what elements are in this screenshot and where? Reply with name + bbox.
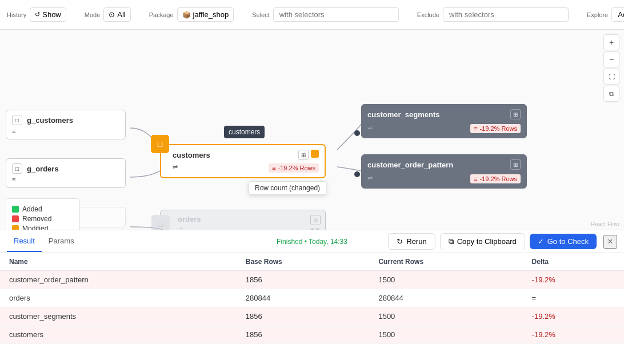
tooltip-row-count: Row count (changed) bbox=[249, 181, 326, 195]
cell-current-rows: 1500 bbox=[369, 271, 522, 289]
node-segments-arrows-icon: ⇌ bbox=[367, 124, 373, 131]
node-customer-order-badge: ≡ -19.2% Rows bbox=[470, 174, 521, 183]
node-orders-rows-icon: ≡ ≡ bbox=[310, 226, 319, 230]
node-customers-pkg-icon: ⊞ bbox=[298, 150, 309, 160]
zoom-in-button[interactable]: + bbox=[603, 34, 619, 50]
segments-rows-icon: ≡ bbox=[474, 125, 477, 132]
node-g-orders-icon: □ bbox=[12, 163, 22, 174]
cell-current-rows: 280844 bbox=[369, 289, 522, 307]
node-g-orders[interactable]: □ g_orders ≡ bbox=[6, 158, 126, 188]
bottom-panel: Result Params Finished • Today, 14:33 ↻ … bbox=[0, 230, 624, 364]
node-customer-segments-badge: ≡ -19.2% Rows bbox=[470, 124, 521, 133]
package-button[interactable]: 📦 jaffle_shop bbox=[177, 7, 234, 22]
node-customers-arrows-icon: ⇌ bbox=[173, 163, 178, 171]
tooltip-customers: customers bbox=[224, 126, 265, 138]
node-customer-segments-title: customer_segments bbox=[367, 110, 439, 119]
node-customer-segments[interactable]: customer_segments ⊞ ⇌ ≡ -19.2% Rows bbox=[361, 104, 527, 138]
results-table-container: Name Base Rows Current Rows Delta custom… bbox=[0, 253, 624, 364]
table-row: customers 1856 1500 -19.2% bbox=[0, 326, 624, 344]
tab-result[interactable]: Result bbox=[7, 231, 42, 252]
cell-delta: = bbox=[523, 289, 624, 307]
cell-name: customer_order_pattern bbox=[0, 271, 237, 289]
panel-actions: ↻ Rerun ⧉ Copy to Clipboard ✓ Go to Chec… bbox=[388, 233, 617, 250]
table-row: orders 280844 280844 = bbox=[0, 289, 624, 307]
actions-label: Actions bbox=[618, 10, 624, 19]
node-customer-segments-icon: ⊞ bbox=[510, 109, 521, 119]
select-group: Select bbox=[252, 7, 399, 22]
legend-modified: Modified bbox=[12, 225, 74, 230]
connector-mid bbox=[354, 130, 360, 136]
tab-params[interactable]: Params bbox=[42, 231, 81, 252]
node-orders-indicator: □ bbox=[151, 215, 170, 230]
package-label: Package bbox=[149, 11, 174, 18]
cell-base-rows: 1856 bbox=[237, 326, 370, 344]
node-g-customers-equalizer-icon: ≡ bbox=[12, 127, 15, 134]
canvas-controls: + − ⛶ ⧉ bbox=[603, 34, 619, 102]
copy-view-button[interactable]: ⧉ bbox=[603, 86, 619, 102]
table-row: customer_segments 1856 1500 -19.2% bbox=[0, 307, 624, 326]
col-current-rows: Current Rows bbox=[369, 253, 522, 271]
close-button[interactable]: × bbox=[603, 235, 617, 249]
node-customers[interactable]: customers ⊞ ⇌ ≡ -19.2% Rows bbox=[160, 144, 326, 178]
connector-mid2 bbox=[354, 171, 360, 177]
cell-base-rows: 280844 bbox=[237, 289, 370, 307]
node-orders-title: orders bbox=[178, 215, 201, 223]
cell-name: customers bbox=[0, 326, 237, 344]
cell-name: customer_segments bbox=[0, 307, 237, 326]
node-customer-order-icon: ⊞ bbox=[510, 159, 521, 170]
mode-label: Mode bbox=[85, 11, 101, 18]
node-customer-order-pattern[interactable]: customer_order_pattern ⊞ ⇌ ≡ -19.2% Rows bbox=[361, 154, 527, 189]
node-customer-order-title: customer_order_pattern bbox=[367, 161, 453, 169]
modified-dot bbox=[12, 225, 19, 230]
mode-button[interactable]: ⊙ All bbox=[103, 7, 130, 22]
cell-base-rows: 1856 bbox=[237, 307, 370, 326]
zoom-out-button[interactable]: − bbox=[603, 51, 619, 67]
cell-current-rows: 1500 bbox=[369, 326, 522, 344]
node-customers-indicator: □ bbox=[151, 135, 169, 153]
cell-delta: -19.2% bbox=[523, 326, 624, 344]
select-input[interactable] bbox=[273, 7, 399, 22]
legend: Added Removed Modified bbox=[6, 198, 80, 230]
node-g-customers[interactable]: □ g_customers ≡ bbox=[6, 110, 126, 139]
col-delta: Delta bbox=[523, 253, 624, 271]
mode-value: All bbox=[117, 10, 125, 19]
clipboard-icon: ⧉ bbox=[449, 237, 454, 246]
toolbar: History ↺ Show Mode ⊙ All Package 📦 jaff… bbox=[0, 0, 624, 30]
check-icon: ✓ bbox=[538, 237, 544, 246]
node-customers-badge: ≡ -19.2% Rows bbox=[269, 163, 319, 173]
exclude-group: Exclude bbox=[417, 7, 569, 22]
cell-base-rows: 1856 bbox=[237, 271, 370, 289]
rows-icon: ≡ bbox=[272, 165, 275, 171]
node-order-arrows-icon: ⇌ bbox=[367, 174, 373, 182]
exclude-input[interactable] bbox=[443, 7, 569, 22]
package-value: jaffle_shop bbox=[193, 10, 229, 19]
node-g-orders-equalizer-icon: ≡ bbox=[12, 176, 15, 183]
canvas: □ g_customers ≡ □ g_orders ≡ □ customers… bbox=[0, 30, 624, 230]
col-base-rows: Base Rows bbox=[237, 253, 370, 271]
select-label: Select bbox=[252, 11, 270, 18]
node-g-customers-title: g_customers bbox=[27, 116, 73, 125]
fit-button[interactable]: ⛶ bbox=[603, 69, 619, 85]
legend-added: Added bbox=[12, 205, 74, 213]
history-group: History ↺ Show bbox=[7, 7, 66, 22]
order-rows-icon: ≡ bbox=[474, 175, 477, 182]
copy-clipboard-button[interactable]: ⧉ Copy to Clipboard bbox=[440, 233, 525, 250]
explore-label: Explore bbox=[587, 11, 608, 18]
node-customers-orange-icon bbox=[311, 150, 319, 158]
panel-status: Finished • Today, 14:33 bbox=[277, 238, 347, 246]
history-show-button[interactable]: ↺ Show bbox=[30, 7, 66, 22]
added-dot bbox=[12, 206, 19, 213]
results-table: Name Base Rows Current Rows Delta custom… bbox=[0, 253, 624, 344]
mode-group: Mode ⊙ All bbox=[85, 7, 131, 22]
cell-delta: -19.2% bbox=[523, 307, 624, 326]
history-label: History bbox=[7, 11, 26, 18]
rerun-button[interactable]: ↻ Rerun bbox=[388, 233, 435, 250]
package-group: Package 📦 jaffle_shop bbox=[149, 7, 234, 22]
actions-button[interactable]: Actions ▾ bbox=[611, 7, 624, 22]
react-flow-label: React Flow bbox=[591, 221, 619, 227]
go-to-check-button[interactable]: ✓ Go to Check bbox=[530, 234, 597, 249]
panel-header: Result Params Finished • Today, 14:33 ↻ … bbox=[0, 230, 624, 253]
node-orders[interactable]: □ orders ⇌ ≡ ≡ ⊞ bbox=[160, 210, 326, 230]
cell-delta: -19.2% bbox=[523, 271, 624, 289]
node-g-orders-title: g_orders bbox=[27, 165, 59, 173]
